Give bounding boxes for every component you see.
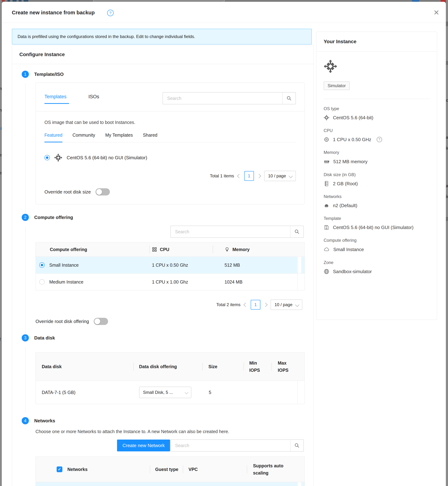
- field-os-type: OS type CentOS 5.6 (64-bit): [324, 106, 430, 121]
- close-icon[interactable]: ✕: [433, 9, 440, 16]
- chevron-down-icon: [288, 174, 293, 178]
- compute-radio-unselected[interactable]: [39, 279, 45, 285]
- template-total: Total 1 items: [210, 173, 234, 178]
- centos-icon: [324, 115, 329, 121]
- chevron-down-icon: [295, 303, 299, 307]
- step-2-badge: 2: [22, 214, 29, 221]
- compute-pagination: Total 2 items 1 10 / page: [35, 299, 302, 310]
- step-4-badge: 4: [22, 417, 29, 424]
- data-disk-table: Data disk Data disk offering Size Min IO…: [35, 352, 305, 404]
- col-memory: Memory: [213, 247, 297, 252]
- background-fragment: [2, 0, 5, 2]
- memory-bulb-icon: [224, 247, 230, 252]
- page-size-select[interactable]: 10 / page: [264, 171, 296, 181]
- globe-icon: [324, 269, 329, 274]
- search-icon[interactable]: [290, 226, 303, 238]
- template-option-row[interactable]: CentOS 5.6 (64-bit) no GUI (Simulator): [44, 154, 296, 162]
- page-number[interactable]: 1: [244, 171, 254, 181]
- page-number[interactable]: 1: [251, 300, 260, 310]
- background-fragment: [24, 0, 28, 2]
- step-template-iso: 1 Template/ISO Templates ISOs: [22, 71, 305, 205]
- template-filter-tabs: Featured Community My Templates Shared: [44, 132, 296, 142]
- col-supports-auto-scaling: Supports auto scaling: [247, 462, 297, 477]
- table-scrollbar[interactable]: [297, 482, 301, 486]
- step-compute-offering: 2 Compute offering: [22, 214, 305, 325]
- field-networks: Networks n2 (Default): [324, 194, 430, 208]
- subtab-featured[interactable]: Featured: [44, 132, 62, 138]
- background-fragment: [13, 0, 16, 2]
- networks-search-input[interactable]: [171, 440, 290, 451]
- network-row-n2[interactable]: + ✓ n2 Isolated Yes: [36, 482, 304, 486]
- cpu-grid-icon: [152, 247, 157, 252]
- cpu-chip-icon: [324, 137, 329, 142]
- chevron-down-icon: [185, 391, 188, 394]
- col-min-iops: Min IOPS: [244, 359, 272, 374]
- template-search-input[interactable]: [163, 92, 282, 104]
- page-size-select[interactable]: 10 / page: [271, 299, 302, 310]
- field-disk-size: Disk size (in GB) 2 GB (Root): [324, 172, 430, 187]
- info-banner-text: Data is prefilled using the configuratio…: [17, 34, 195, 39]
- compute-search-input[interactable]: [171, 226, 290, 238]
- override-root-disk-offering-toggle[interactable]: [94, 318, 108, 325]
- your-instance-panel: Your Instance Simulator OS type CentOS 5…: [316, 32, 437, 320]
- step-1-title: Template/ISO: [34, 72, 64, 77]
- compute-offering-table: Compute offering CPU Memory: [35, 242, 305, 290]
- search-icon[interactable]: [290, 440, 303, 451]
- select-all-checkbox[interactable]: ✓: [57, 466, 62, 472]
- override-root-disk-offering-row: Override root disk offering: [35, 318, 305, 325]
- step-networks: 4 Networks Choose one or more Networks t…: [22, 417, 305, 486]
- next-page-icon[interactable]: [257, 174, 261, 178]
- network-port-icon: [324, 203, 329, 208]
- template-option-label: CentOS 5.6 (64-bit) no GUI (Simulator): [67, 155, 147, 161]
- networks-table: ✓ Networks Guest type VPC Supports auto …: [35, 456, 305, 486]
- col-max-iops: Max IOPS: [272, 359, 297, 374]
- table-scrollbar[interactable]: [297, 274, 301, 290]
- col-networks: ✓ Networks: [36, 466, 150, 472]
- col-data-disk: Data disk: [36, 364, 133, 369]
- field-memory: Memory 512 MB memory: [324, 150, 430, 165]
- data-disk-offering-select[interactable]: Small Disk, 5 ...: [139, 387, 191, 398]
- background-fragment: [19, 0, 22, 2]
- prev-page-icon[interactable]: [237, 174, 241, 178]
- compute-radio-selected[interactable]: [39, 262, 45, 268]
- tab-templates[interactable]: Templates: [44, 90, 66, 99]
- modal-header: Create new instance from backup ? ✕: [2, 2, 446, 23]
- field-compute-offering: Compute offering Small Instance: [324, 238, 430, 253]
- subtab-shared[interactable]: Shared: [143, 132, 158, 138]
- field-cpu: CPU 1 CPU x 0.50 GHz ?: [324, 128, 430, 142]
- create-new-network-button[interactable]: Create new Network: [117, 440, 170, 451]
- compute-row-small[interactable]: Small Instance 1 CPU x 0.50 Ghz 512 MB: [36, 256, 304, 273]
- col-vpc: VPC: [183, 467, 247, 472]
- step-3-title: Data disk: [34, 335, 55, 341]
- template-file-icon: [324, 224, 329, 230]
- background-fragment: [8, 0, 10, 2]
- search-icon[interactable]: [282, 92, 296, 104]
- table-scrollbar[interactable]: [297, 257, 301, 273]
- tab-isos[interactable]: ISOs: [88, 90, 99, 99]
- col-compute-offering: Compute offering: [36, 247, 149, 252]
- template-radio[interactable]: [44, 155, 50, 160]
- data-disk-row: DATA-7-1 (5 GB) Small Disk, 5 ... 5: [36, 380, 304, 404]
- ram-icon: [324, 158, 330, 165]
- field-template: Template CentOS 5.6 (64-bit) no GUI (Sim…: [324, 216, 430, 230]
- compute-row-medium[interactable]: Medium Instance 1 CPU x 1.00 Ghz 1024 MB: [36, 273, 304, 290]
- prev-page-icon[interactable]: [243, 303, 248, 307]
- next-page-icon[interactable]: [263, 303, 268, 307]
- networks-description: Choose one or more Networks to attach th…: [35, 429, 305, 434]
- template-pagination: Total 1 items 1 10 / page: [44, 171, 296, 181]
- compute-total: Total 2 items: [216, 302, 240, 307]
- col-size: Size: [202, 364, 244, 369]
- table-scrollbar[interactable]: [297, 381, 301, 404]
- background-left-edge: n n u e e f: [0, 0, 2, 486]
- step-3-badge: 3: [22, 334, 29, 341]
- override-root-disk-size-label: Override root disk size: [44, 189, 91, 195]
- centos-icon: [54, 154, 62, 162]
- subtab-community[interactable]: Community: [72, 132, 95, 138]
- override-root-disk-size-toggle[interactable]: [96, 188, 110, 196]
- configure-instance-title: Configure Instance: [12, 45, 313, 64]
- help-icon[interactable]: ?: [107, 10, 114, 16]
- subtab-my-templates[interactable]: My Templates: [105, 132, 133, 138]
- cpu-help-icon[interactable]: ?: [377, 137, 382, 142]
- your-instance-title: Your Instance: [316, 32, 437, 52]
- info-banner: Data is prefilled using the configuratio…: [12, 29, 312, 44]
